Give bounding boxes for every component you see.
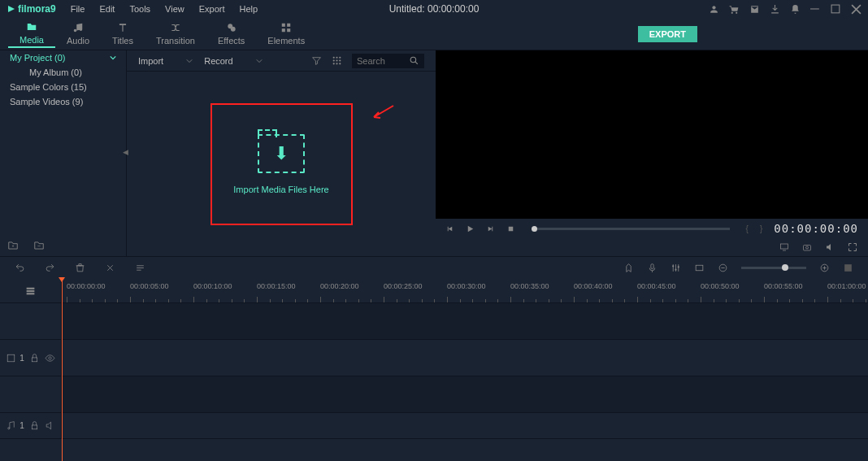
step-forward-icon[interactable] xyxy=(486,224,495,233)
minimize-button[interactable] xyxy=(810,4,821,15)
chevron-down-icon xyxy=(110,54,116,61)
sidebar-item-colors[interactable]: Sample Colors (15) xyxy=(0,80,126,94)
sidebar-item-album[interactable]: My Album (0) xyxy=(0,65,126,80)
zoom-out-icon[interactable] xyxy=(718,263,728,273)
crop-icon[interactable] xyxy=(694,263,705,273)
import-label: Import xyxy=(138,56,163,66)
brace-left-icon[interactable]: { xyxy=(746,224,749,233)
menu-help[interactable]: Help xyxy=(240,4,258,14)
add-folder-icon[interactable] xyxy=(7,240,20,251)
svg-point-10 xyxy=(339,57,341,59)
stop-icon[interactable] xyxy=(506,224,515,233)
sidebar-item-videos[interactable]: Sample Videos (9) xyxy=(0,94,126,109)
time-ruler[interactable]: 00:00:00:0000:00:05:0000:00:10:0000:00:1… xyxy=(62,279,868,302)
cart-icon[interactable] xyxy=(729,4,740,15)
svg-rect-18 xyxy=(509,226,514,231)
titlebar: filmora9 File Edit Tools View Export Hel… xyxy=(0,0,868,18)
audio-track-head[interactable]: 1 xyxy=(0,413,62,438)
volume-icon[interactable] xyxy=(824,242,835,252)
project-title: Untitled: 00:00:00:00 xyxy=(389,3,480,15)
ruler-label: 00:00:20:00 xyxy=(320,282,359,290)
marker-icon[interactable] xyxy=(623,263,634,273)
filter-icon[interactable] xyxy=(311,55,322,66)
svg-rect-33 xyxy=(7,354,15,362)
delete-icon[interactable] xyxy=(75,263,85,273)
maximize-button[interactable] xyxy=(831,4,841,15)
ruler-label: 00:00:35:00 xyxy=(510,282,549,290)
eye-icon[interactable] xyxy=(45,353,55,363)
svg-rect-30 xyxy=(27,288,35,289)
preview-controls: { } 00:00:00:00 xyxy=(436,219,868,238)
speaker-icon[interactable] xyxy=(45,420,55,431)
delete-folder-icon[interactable] xyxy=(33,240,46,251)
download-icon[interactable] xyxy=(770,4,780,15)
tab-transition[interactable]: Transition xyxy=(145,20,206,47)
svg-rect-19 xyxy=(781,244,788,249)
redo-icon[interactable] xyxy=(45,263,55,273)
fullscreen-icon[interactable] xyxy=(847,242,858,252)
video-track-1[interactable]: 1 xyxy=(0,340,868,376)
record-dropdown[interactable]: Record xyxy=(204,56,262,66)
display-icon[interactable] xyxy=(779,242,790,252)
video-track-head[interactable]: 1 xyxy=(0,340,62,376)
menu-edit[interactable]: Edit xyxy=(99,4,115,14)
annotation-arrow xyxy=(371,104,395,120)
tab-elements[interactable]: Elements xyxy=(256,20,316,47)
close-button[interactable] xyxy=(851,4,861,15)
effects-icon xyxy=(225,22,238,33)
brace-right-icon[interactable]: } xyxy=(760,224,762,233)
step-back-icon[interactable] xyxy=(445,224,454,233)
user-icon[interactable] xyxy=(709,4,719,15)
zoom-slider[interactable] xyxy=(741,267,806,269)
ruler-label: 00:00:55:00 xyxy=(764,282,803,290)
notification-icon[interactable] xyxy=(790,4,801,15)
play-icon[interactable] xyxy=(466,224,475,233)
export-button[interactable]: EXPORT xyxy=(638,26,697,42)
tab-effects[interactable]: Effects xyxy=(206,20,256,47)
menu-export[interactable]: Export xyxy=(199,4,225,14)
preview-video[interactable] xyxy=(436,50,868,219)
preview-bottom-bar xyxy=(436,238,868,256)
svg-rect-37 xyxy=(32,425,37,429)
ruler-label: 00:00:00:00 xyxy=(67,282,106,290)
edit-icon[interactable] xyxy=(135,263,145,273)
sidebar-item-project[interactable]: My Project (0) xyxy=(0,50,126,65)
menu-tools[interactable]: Tools xyxy=(129,4,150,14)
lock-icon[interactable] xyxy=(29,353,40,363)
tab-titles[interactable]: Titles xyxy=(101,20,145,47)
mail-icon[interactable] xyxy=(749,4,760,15)
import-text: Import Media Files Here xyxy=(233,185,328,194)
lock-icon[interactable] xyxy=(29,420,40,431)
tab-audio[interactable]: Audio xyxy=(55,20,101,47)
zoom-in-icon[interactable] xyxy=(819,263,830,273)
tab-media-label: Media xyxy=(20,35,44,45)
svg-point-14 xyxy=(333,63,335,64)
audio-track-1[interactable]: 1 xyxy=(0,413,868,439)
import-dropdown[interactable]: Import xyxy=(138,56,193,66)
playhead[interactable] xyxy=(62,279,63,461)
svg-rect-22 xyxy=(651,264,653,269)
manage-tracks-button[interactable] xyxy=(0,279,62,302)
search-icon[interactable] xyxy=(409,55,419,66)
snapshot-icon[interactable] xyxy=(801,242,813,252)
note-icon xyxy=(6,420,16,431)
media-panel: Import Record ⬇ Import Media xyxy=(127,50,436,256)
menu-view[interactable]: View xyxy=(165,4,184,14)
tab-media[interactable]: Media xyxy=(8,20,55,48)
fit-icon[interactable] xyxy=(843,263,853,273)
svg-point-17 xyxy=(410,57,416,63)
media-toolbar: Import Record xyxy=(127,50,436,72)
undo-icon[interactable] xyxy=(15,263,25,273)
split-icon[interactable] xyxy=(105,263,115,273)
mixer-icon[interactable] xyxy=(671,263,681,273)
arrow-down-icon: ⬇ xyxy=(274,143,289,164)
mic-icon[interactable] xyxy=(647,263,658,273)
svg-rect-6 xyxy=(282,28,285,32)
video-track-number: 1 xyxy=(20,354,24,363)
grid-view-icon[interactable] xyxy=(332,55,342,66)
search-input[interactable] xyxy=(352,54,409,68)
menu-file[interactable]: File xyxy=(71,4,85,14)
music-icon xyxy=(72,22,85,33)
preview-scrubber[interactable] xyxy=(532,228,730,230)
import-media-dropzone[interactable]: ⬇ Import Media Files Here xyxy=(210,103,353,225)
